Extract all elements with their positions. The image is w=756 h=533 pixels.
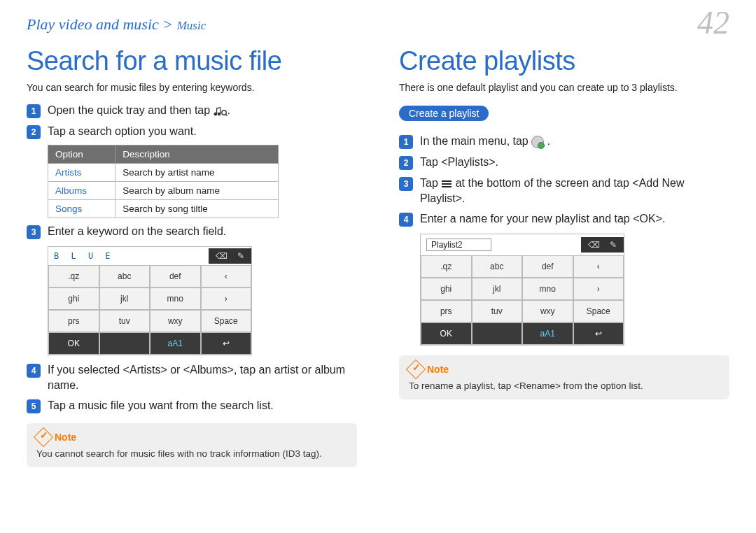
del-edit-icons: ⌫ ✎ bbox=[209, 248, 251, 264]
step-badge: 2 bbox=[399, 156, 413, 170]
delete-icon: ⌫ bbox=[216, 251, 227, 261]
step-badge: 3 bbox=[399, 177, 413, 191]
desc-cell: Search by album name bbox=[115, 182, 279, 200]
option-table: OptionDescription ArtistsSearch by artis… bbox=[48, 145, 279, 218]
section-title-playlists: Create playlists bbox=[399, 46, 729, 76]
step-badge: 4 bbox=[27, 364, 41, 378]
th-desc: Description bbox=[115, 145, 279, 164]
key: .qz bbox=[421, 255, 472, 278]
step-badge: 2 bbox=[27, 125, 41, 139]
note-label: Note bbox=[427, 364, 449, 375]
key: ghi bbox=[48, 287, 99, 310]
note-icon bbox=[406, 360, 426, 379]
step-badge: 1 bbox=[27, 104, 41, 118]
key-mode: aA1 bbox=[522, 322, 573, 345]
key bbox=[472, 322, 523, 345]
key: def bbox=[150, 265, 201, 287]
step-3: 3 Enter a keyword on the search field. bbox=[27, 224, 357, 239]
note-box: Note You cannot search for music files w… bbox=[27, 423, 357, 467]
section-title-search: Search for a music file bbox=[27, 46, 357, 76]
key bbox=[99, 332, 150, 355]
intro-text: There is one default playlist and you ca… bbox=[399, 82, 729, 93]
breadcrumb-main: Play video and music bbox=[27, 15, 159, 33]
key: def bbox=[522, 255, 573, 278]
kb-input: Playlist2 bbox=[426, 239, 491, 251]
key: .qz bbox=[48, 265, 99, 287]
step-3: 3 Tap at the bottom of the screen and ta… bbox=[399, 176, 729, 206]
desc-cell: Search by artist name bbox=[115, 164, 279, 182]
step-2: 2 Tap a search option you want. bbox=[27, 124, 357, 139]
intro-text: You can search for music files by enteri… bbox=[27, 82, 357, 93]
key-mode: aA1 bbox=[150, 332, 201, 355]
key: wxy bbox=[522, 300, 573, 322]
key-return: ↩ bbox=[573, 322, 624, 345]
key: wxy bbox=[150, 310, 201, 332]
music-search-icon bbox=[214, 106, 227, 117]
step-4: 4 If you selected <Artists> or <Albums>,… bbox=[27, 362, 357, 392]
key-ok: OK bbox=[48, 332, 99, 355]
key-ok: OK bbox=[421, 322, 472, 345]
note-label: Note bbox=[55, 432, 76, 443]
menu-icon bbox=[441, 180, 452, 188]
step-1: 1 In the main menu, tap . bbox=[399, 134, 729, 149]
opt-cell: Artists bbox=[48, 164, 115, 182]
opt-cell: Songs bbox=[48, 200, 115, 218]
key: mno bbox=[522, 278, 573, 300]
step-badge: 1 bbox=[399, 135, 413, 149]
page-number: 42 bbox=[697, 4, 729, 41]
right-column: Create playlists There is one default pl… bbox=[399, 46, 729, 467]
step-badge: 3 bbox=[27, 225, 41, 239]
subheading-pill: Create a playlist bbox=[399, 106, 489, 121]
onscreen-keyboard: B L U E ⌫ ✎ .qzabcdef‹ ghijklmno› prstuv… bbox=[48, 246, 252, 355]
del-edit-icons: ⌫ ✎ bbox=[581, 237, 624, 253]
breadcrumb: Play video and music > Music bbox=[27, 15, 729, 34]
key: tuv bbox=[472, 300, 523, 322]
edit-icon: ✎ bbox=[237, 251, 244, 261]
note-text: You cannot search for music files with n… bbox=[36, 448, 347, 459]
step-badge: 4 bbox=[399, 213, 413, 227]
breadcrumb-sub: Music bbox=[177, 19, 206, 32]
key: ghi bbox=[421, 278, 472, 300]
key: › bbox=[573, 278, 624, 300]
step-5: 5 Tap a music file you want from the sea… bbox=[27, 398, 357, 413]
step-badge: 5 bbox=[27, 399, 41, 413]
delete-icon: ⌫ bbox=[588, 240, 600, 250]
step-2: 2 Tap <Playlists>. bbox=[399, 155, 729, 170]
music-app-icon bbox=[531, 136, 544, 148]
key: jkl bbox=[472, 278, 523, 300]
key: Space bbox=[201, 310, 252, 332]
svg-line-1 bbox=[225, 114, 227, 115]
key-return: ↩ bbox=[201, 332, 252, 355]
note-icon bbox=[34, 427, 53, 447]
key: mno bbox=[150, 287, 201, 310]
key: prs bbox=[48, 310, 99, 332]
key: abc bbox=[99, 265, 150, 287]
note-box: Note To rename a playlist, tap <Rename> … bbox=[399, 355, 729, 399]
key: Space bbox=[573, 300, 624, 322]
note-text: To rename a playlist, tap <Rename> from … bbox=[409, 381, 720, 391]
step-1: 1 Open the quick tray and then tap . bbox=[27, 103, 357, 118]
onscreen-keyboard: Playlist2 ⌫ ✎ .qzabcdef‹ ghijklmno› prst… bbox=[420, 234, 624, 346]
key: abc bbox=[472, 255, 523, 278]
left-column: Search for a music file You can search f… bbox=[27, 46, 357, 467]
key: jkl bbox=[99, 287, 150, 310]
opt-cell: Albums bbox=[48, 182, 115, 200]
key: prs bbox=[421, 300, 472, 322]
th-option: Option bbox=[48, 145, 115, 164]
kb-input: B L U E bbox=[54, 251, 114, 261]
edit-icon: ✎ bbox=[610, 240, 617, 250]
key: tuv bbox=[99, 310, 150, 332]
key: ‹ bbox=[201, 265, 252, 287]
step-4: 4 Enter a name for your new playlist and… bbox=[399, 211, 729, 227]
svg-point-0 bbox=[221, 111, 225, 115]
desc-cell: Search by song tiltle bbox=[115, 200, 279, 218]
key: ‹ bbox=[573, 255, 624, 278]
key: › bbox=[201, 287, 252, 310]
